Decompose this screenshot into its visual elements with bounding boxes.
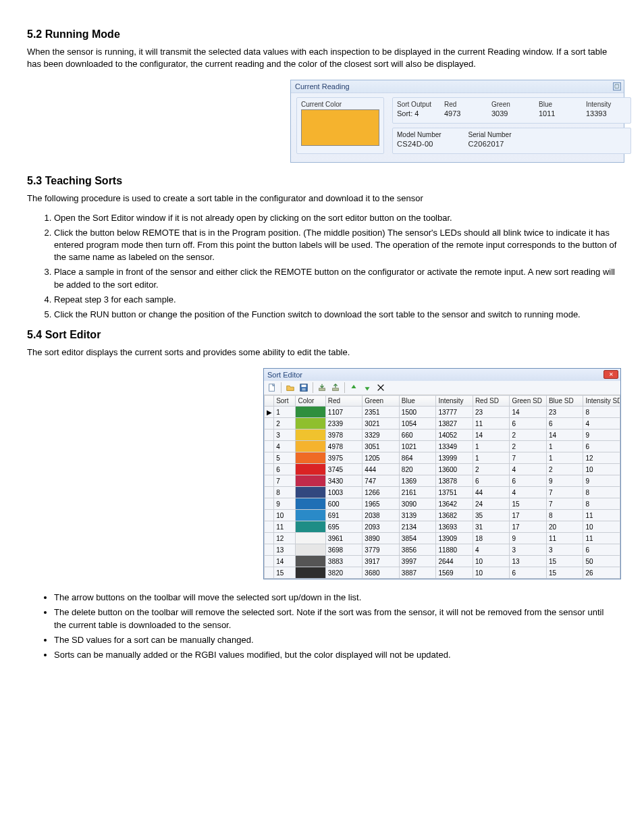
cell-bsd[interactable]: 7 <box>546 487 583 498</box>
cell-sort[interactable]: 2 <box>274 418 296 429</box>
cell-blue[interactable]: 1021 <box>399 441 436 452</box>
cell-rsd[interactable]: 10 <box>473 556 510 567</box>
expand-icon[interactable]: ▢ <box>613 82 621 90</box>
cell-isd[interactable]: 8 <box>583 487 620 498</box>
cell-color[interactable] <box>296 418 325 429</box>
cell-isd[interactable]: 10 <box>583 521 620 533</box>
cell-gsd[interactable]: 3 <box>510 544 547 556</box>
cell-sort[interactable]: 15 <box>274 567 296 579</box>
cell-green[interactable]: 1965 <box>363 498 400 510</box>
cell-bsd[interactable]: 1 <box>546 452 583 464</box>
cell-blue[interactable]: 2161 <box>399 487 436 498</box>
cell-green[interactable]: 2351 <box>363 407 400 418</box>
cell-color[interactable] <box>296 452 325 464</box>
cell-blue[interactable]: 3856 <box>399 544 436 556</box>
cell-sort[interactable]: 3 <box>274 429 296 441</box>
cell-isd[interactable]: 6 <box>583 441 620 452</box>
cell-red[interactable]: 3961 <box>325 533 363 544</box>
cell-gsd[interactable]: 4 <box>510 464 547 475</box>
delete-icon[interactable] <box>375 382 386 393</box>
cell-blue[interactable]: 3887 <box>399 567 436 579</box>
cell-green[interactable]: 3779 <box>363 544 400 556</box>
cell-gsd[interactable]: 2 <box>510 429 547 441</box>
cell-red[interactable]: 3975 <box>325 452 363 464</box>
cell-sort[interactable]: 10 <box>274 510 296 521</box>
move-down-icon[interactable] <box>362 382 373 393</box>
cell-color[interactable] <box>296 464 325 475</box>
cell-sort[interactable]: 7 <box>274 475 296 487</box>
upload-icon[interactable] <box>330 382 341 393</box>
cell-gsd[interactable]: 14 <box>510 407 547 418</box>
cell-isd[interactable]: 6 <box>583 544 620 556</box>
cell-green[interactable]: 1205 <box>363 452 400 464</box>
cell-rsd[interactable]: 14 <box>473 429 510 441</box>
cell-rsd[interactable]: 1 <box>473 441 510 452</box>
cell-int[interactable]: 1569 <box>436 567 473 579</box>
col-intensity-sd[interactable]: Intensity SD <box>583 396 620 407</box>
cell-red[interactable]: 1003 <box>325 487 363 498</box>
table-row[interactable]: 1538203680388715691061526 <box>265 567 620 579</box>
cell-bsd[interactable]: 9 <box>546 475 583 487</box>
cell-blue[interactable]: 1500 <box>399 407 436 418</box>
cell-bsd[interactable]: 1 <box>546 441 583 452</box>
cell-blue[interactable]: 864 <box>399 452 436 464</box>
cell-bsd[interactable]: 3 <box>546 544 583 556</box>
cell-gsd[interactable]: 9 <box>510 533 547 544</box>
cell-bsd[interactable]: 20 <box>546 521 583 533</box>
table-row[interactable]: 14388339173997264410131550 <box>265 556 620 567</box>
table-row[interactable]: 22339302110541382711664 <box>265 418 620 429</box>
cell-green[interactable]: 3680 <box>363 567 400 579</box>
cell-green[interactable]: 3890 <box>363 533 400 544</box>
cell-gsd[interactable]: 17 <box>510 521 547 533</box>
cell-red[interactable]: 4978 <box>325 441 363 452</box>
cell-sort[interactable]: 6 <box>274 464 296 475</box>
cell-isd[interactable]: 9 <box>583 475 620 487</box>
cell-bsd[interactable]: 11 <box>546 533 583 544</box>
cell-blue[interactable]: 3139 <box>399 510 436 521</box>
cell-green[interactable]: 3329 <box>363 429 400 441</box>
cell-bsd[interactable]: 15 <box>546 556 583 567</box>
cell-rsd[interactable]: 44 <box>473 487 510 498</box>
col-red-sd[interactable]: Red SD <box>473 396 510 407</box>
cell-sort[interactable]: 11 <box>274 521 296 533</box>
cell-color[interactable] <box>296 567 325 579</box>
cell-bsd[interactable]: 6 <box>546 418 583 429</box>
col-blue[interactable]: Blue <box>399 396 436 407</box>
cell-gsd[interactable]: 6 <box>510 475 547 487</box>
cell-color[interactable] <box>296 544 325 556</box>
col-green-sd[interactable]: Green SD <box>510 396 547 407</box>
table-row[interactable]: 1069120383139136823517811 <box>265 510 620 521</box>
cell-green[interactable]: 3917 <box>363 556 400 567</box>
cell-sort[interactable]: 5 <box>274 452 296 464</box>
cell-green[interactable]: 2038 <box>363 510 400 521</box>
cell-color[interactable] <box>296 475 325 487</box>
cell-red[interactable]: 691 <box>325 510 363 521</box>
cell-gsd[interactable]: 17 <box>510 510 547 521</box>
cell-isd[interactable]: 4 <box>583 418 620 429</box>
table-row[interactable]: 12396138903854139091891111 <box>265 533 620 544</box>
cell-green[interactable]: 2093 <box>363 521 400 533</box>
cell-blue[interactable]: 2134 <box>399 521 436 533</box>
cell-color[interactable] <box>296 487 325 498</box>
cell-rsd[interactable]: 31 <box>473 521 510 533</box>
cell-sort[interactable]: 4 <box>274 441 296 452</box>
cell-green[interactable]: 3021 <box>363 418 400 429</box>
cell-sort[interactable]: 9 <box>274 498 296 510</box>
cell-green[interactable]: 444 <box>363 464 400 475</box>
cell-red[interactable]: 1107 <box>325 407 363 418</box>
cell-red[interactable]: 3820 <box>325 567 363 579</box>
cell-color[interactable] <box>296 533 325 544</box>
table-row[interactable]: 96001965309013642241578 <box>265 498 620 510</box>
cell-green[interactable]: 3051 <box>363 441 400 452</box>
cell-sort[interactable]: 13 <box>274 544 296 556</box>
save-icon[interactable] <box>298 382 309 393</box>
cell-blue[interactable]: 3090 <box>399 498 436 510</box>
table-row[interactable]: 33978332966014052142149 <box>265 429 620 441</box>
cell-bsd[interactable]: 7 <box>546 498 583 510</box>
cell-blue[interactable]: 1369 <box>399 475 436 487</box>
new-icon[interactable] <box>267 382 277 393</box>
cell-red[interactable]: 3698 <box>325 544 363 556</box>
cell-isd[interactable]: 11 <box>583 510 620 521</box>
cell-color[interactable] <box>296 510 325 521</box>
cell-gsd[interactable]: 7 <box>510 452 547 464</box>
